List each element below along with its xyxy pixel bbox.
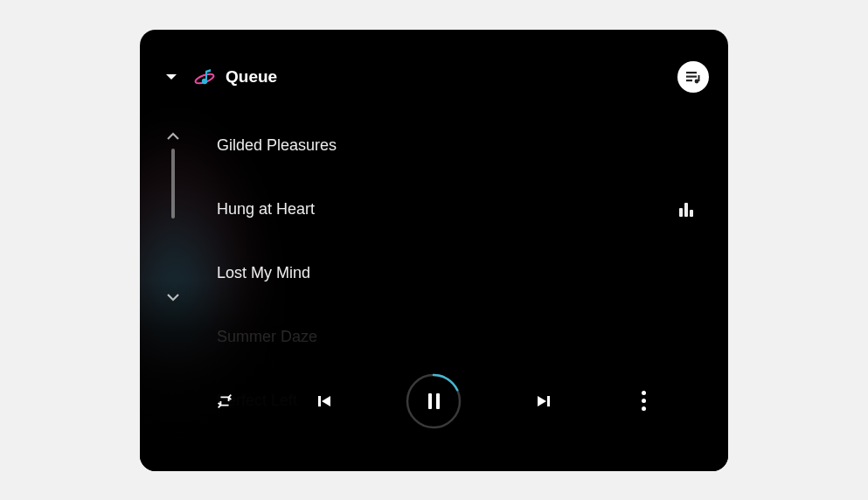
playback-controls xyxy=(140,366,728,436)
header: Queue xyxy=(159,63,709,91)
skip-previous-icon xyxy=(316,392,333,410)
svg-rect-10 xyxy=(547,396,550,406)
collapse-button[interactable] xyxy=(159,71,184,83)
repeat-icon xyxy=(215,392,234,411)
svg-rect-6 xyxy=(698,75,700,81)
page-title: Queue xyxy=(226,67,277,87)
svg-rect-2 xyxy=(686,72,697,73)
track-row[interactable]: Gilded Pleasures xyxy=(217,114,709,177)
track-title: Hung at Heart xyxy=(217,200,315,219)
svg-rect-7 xyxy=(318,396,321,406)
chevron-down-icon xyxy=(165,71,177,83)
music-player-card: Queue Gilded Pleasures Hung at Heart xyxy=(140,30,728,471)
repeat-button[interactable] xyxy=(207,384,242,419)
now-playing-button[interactable] xyxy=(677,61,709,93)
track-title: Summer Daze xyxy=(217,328,317,346)
equalizer-icon xyxy=(679,201,693,217)
svg-rect-3 xyxy=(686,75,697,77)
svg-rect-4 xyxy=(686,80,692,81)
next-button[interactable] xyxy=(526,384,561,419)
scrollbar-thumb[interactable] xyxy=(171,149,175,219)
track-row[interactable]: Summer Daze xyxy=(217,305,709,369)
app-logo-icon xyxy=(192,65,217,89)
play-pause-button[interactable] xyxy=(406,373,462,429)
track-title: Lost My Mind xyxy=(217,264,310,282)
playlist-icon xyxy=(684,68,702,86)
scroll-up-button[interactable] xyxy=(163,126,184,147)
skip-next-icon xyxy=(535,392,552,410)
scroll-down-button[interactable] xyxy=(163,287,184,308)
chevron-up-icon xyxy=(166,129,180,143)
track-row[interactable]: Lost My Mind xyxy=(217,241,709,305)
track-title: Gilded Pleasures xyxy=(217,136,337,155)
chevron-down-icon xyxy=(166,290,180,304)
svg-point-1 xyxy=(202,78,207,83)
previous-button[interactable] xyxy=(307,384,342,419)
more-vertical-icon xyxy=(642,391,646,411)
track-row[interactable]: Hung at Heart xyxy=(217,177,709,241)
progress-ring xyxy=(406,373,462,429)
more-button[interactable] xyxy=(626,384,661,419)
